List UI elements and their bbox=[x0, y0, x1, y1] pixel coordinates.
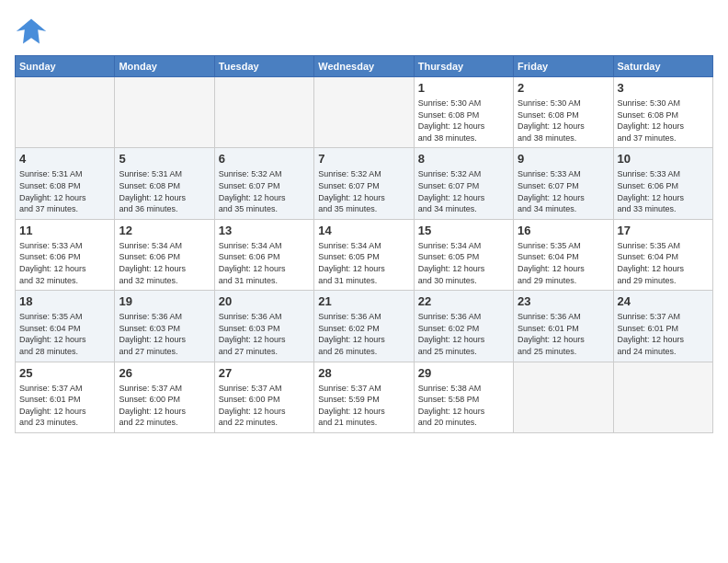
calendar-cell: 22Sunrise: 5:36 AM Sunset: 6:02 PM Dayli… bbox=[414, 291, 513, 362]
calendar-week-4: 18Sunrise: 5:35 AM Sunset: 6:04 PM Dayli… bbox=[16, 291, 713, 362]
day-number: 4 bbox=[19, 152, 110, 166]
day-number: 20 bbox=[219, 294, 310, 308]
calendar-week-2: 4Sunrise: 5:31 AM Sunset: 6:08 PM Daylig… bbox=[16, 148, 713, 219]
day-number: 18 bbox=[19, 294, 110, 308]
day-number: 16 bbox=[518, 224, 609, 237]
day-info: Sunrise: 5:34 AM Sunset: 6:06 PM Dayligh… bbox=[119, 240, 210, 286]
calendar-week-3: 11Sunrise: 5:33 AM Sunset: 6:06 PM Dayli… bbox=[16, 219, 713, 290]
day-info: Sunrise: 5:34 AM Sunset: 6:06 PM Dayligh… bbox=[219, 240, 310, 286]
day-number: 13 bbox=[219, 224, 310, 237]
day-info: Sunrise: 5:32 AM Sunset: 6:07 PM Dayligh… bbox=[219, 168, 310, 214]
day-info: Sunrise: 5:31 AM Sunset: 6:08 PM Dayligh… bbox=[19, 168, 110, 214]
day-info: Sunrise: 5:33 AM Sunset: 6:07 PM Dayligh… bbox=[518, 168, 609, 214]
day-number: 23 bbox=[518, 294, 609, 308]
calendar-cell: 25Sunrise: 5:37 AM Sunset: 6:01 PM Dayli… bbox=[16, 362, 115, 432]
day-number: 29 bbox=[418, 366, 509, 380]
day-number: 6 bbox=[219, 152, 310, 166]
day-info: Sunrise: 5:33 AM Sunset: 6:06 PM Dayligh… bbox=[19, 240, 110, 286]
day-info: Sunrise: 5:34 AM Sunset: 6:05 PM Dayligh… bbox=[418, 240, 509, 286]
day-number: 10 bbox=[618, 152, 709, 166]
day-info: Sunrise: 5:36 AM Sunset: 6:01 PM Dayligh… bbox=[518, 311, 609, 357]
day-header-monday: Monday bbox=[115, 56, 214, 77]
calendar-cell: 12Sunrise: 5:34 AM Sunset: 6:06 PM Dayli… bbox=[115, 219, 214, 290]
day-header-tuesday: Tuesday bbox=[214, 56, 313, 77]
calendar-header-row: SundayMondayTuesdayWednesdayThursdayFrid… bbox=[16, 56, 713, 77]
day-info: Sunrise: 5:37 AM Sunset: 5:59 PM Dayligh… bbox=[318, 383, 409, 429]
calendar-cell: 18Sunrise: 5:35 AM Sunset: 6:04 PM Dayli… bbox=[16, 291, 115, 362]
calendar-cell: 6Sunrise: 5:32 AM Sunset: 6:07 PM Daylig… bbox=[214, 148, 313, 219]
calendar-cell: 1Sunrise: 5:30 AM Sunset: 6:08 PM Daylig… bbox=[414, 77, 513, 148]
day-info: Sunrise: 5:36 AM Sunset: 6:03 PM Dayligh… bbox=[119, 311, 210, 357]
day-info: Sunrise: 5:30 AM Sunset: 6:08 PM Dayligh… bbox=[618, 98, 709, 144]
calendar-cell bbox=[214, 77, 313, 148]
calendar-cell: 5Sunrise: 5:31 AM Sunset: 6:08 PM Daylig… bbox=[115, 148, 214, 219]
calendar-cell bbox=[16, 77, 115, 148]
calendar-cell: 4Sunrise: 5:31 AM Sunset: 6:08 PM Daylig… bbox=[16, 148, 115, 219]
day-number: 12 bbox=[119, 224, 210, 237]
day-info: Sunrise: 5:33 AM Sunset: 6:06 PM Dayligh… bbox=[618, 168, 709, 214]
day-number: 9 bbox=[518, 152, 609, 166]
day-number: 14 bbox=[318, 224, 409, 237]
day-number: 24 bbox=[618, 294, 709, 308]
day-number: 7 bbox=[318, 152, 409, 166]
calendar-week-5: 25Sunrise: 5:37 AM Sunset: 6:01 PM Dayli… bbox=[16, 362, 713, 432]
logo bbox=[15, 15, 53, 48]
calendar-cell: 27Sunrise: 5:37 AM Sunset: 6:00 PM Dayli… bbox=[214, 362, 313, 432]
calendar-cell: 20Sunrise: 5:36 AM Sunset: 6:03 PM Dayli… bbox=[214, 291, 313, 362]
day-number: 1 bbox=[418, 81, 509, 95]
calendar-cell: 21Sunrise: 5:36 AM Sunset: 6:02 PM Dayli… bbox=[314, 291, 414, 362]
calendar-cell: 2Sunrise: 5:30 AM Sunset: 6:08 PM Daylig… bbox=[514, 77, 613, 148]
calendar-cell: 11Sunrise: 5:33 AM Sunset: 6:06 PM Dayli… bbox=[16, 219, 115, 290]
day-info: Sunrise: 5:35 AM Sunset: 6:04 PM Dayligh… bbox=[518, 240, 609, 286]
day-info: Sunrise: 5:37 AM Sunset: 6:00 PM Dayligh… bbox=[119, 383, 210, 429]
day-number: 3 bbox=[618, 81, 709, 95]
calendar-cell: 13Sunrise: 5:34 AM Sunset: 6:06 PM Dayli… bbox=[214, 219, 313, 290]
calendar-cell bbox=[314, 77, 414, 148]
day-number: 15 bbox=[418, 224, 509, 237]
day-number: 11 bbox=[19, 224, 110, 237]
day-info: Sunrise: 5:31 AM Sunset: 6:08 PM Dayligh… bbox=[119, 168, 210, 214]
day-number: 8 bbox=[418, 152, 509, 166]
day-info: Sunrise: 5:36 AM Sunset: 6:03 PM Dayligh… bbox=[219, 311, 310, 357]
logo-icon bbox=[15, 15, 48, 48]
day-header-sunday: Sunday bbox=[16, 56, 115, 77]
day-info: Sunrise: 5:30 AM Sunset: 6:08 PM Dayligh… bbox=[518, 98, 609, 144]
page-header bbox=[15, 15, 713, 48]
calendar-cell: 28Sunrise: 5:37 AM Sunset: 5:59 PM Dayli… bbox=[314, 362, 414, 432]
calendar-table: SundayMondayTuesdayWednesdayThursdayFrid… bbox=[15, 55, 713, 433]
calendar-week-1: 1Sunrise: 5:30 AM Sunset: 6:08 PM Daylig… bbox=[16, 77, 713, 148]
day-number: 22 bbox=[418, 294, 509, 308]
calendar-cell: 3Sunrise: 5:30 AM Sunset: 6:08 PM Daylig… bbox=[613, 77, 712, 148]
calendar-cell: 16Sunrise: 5:35 AM Sunset: 6:04 PM Dayli… bbox=[514, 219, 613, 290]
day-info: Sunrise: 5:32 AM Sunset: 6:07 PM Dayligh… bbox=[318, 168, 409, 214]
calendar-cell: 17Sunrise: 5:35 AM Sunset: 6:04 PM Dayli… bbox=[613, 219, 712, 290]
calendar-cell: 26Sunrise: 5:37 AM Sunset: 6:00 PM Dayli… bbox=[115, 362, 214, 432]
day-info: Sunrise: 5:37 AM Sunset: 6:01 PM Dayligh… bbox=[19, 383, 110, 429]
calendar-cell bbox=[613, 362, 712, 432]
day-header-saturday: Saturday bbox=[613, 56, 712, 77]
day-info: Sunrise: 5:37 AM Sunset: 6:01 PM Dayligh… bbox=[618, 311, 709, 357]
day-header-wednesday: Wednesday bbox=[314, 56, 414, 77]
calendar-cell: 9Sunrise: 5:33 AM Sunset: 6:07 PM Daylig… bbox=[514, 148, 613, 219]
calendar-cell: 8Sunrise: 5:32 AM Sunset: 6:07 PM Daylig… bbox=[414, 148, 513, 219]
day-info: Sunrise: 5:38 AM Sunset: 5:58 PM Dayligh… bbox=[418, 383, 509, 429]
day-info: Sunrise: 5:34 AM Sunset: 6:05 PM Dayligh… bbox=[318, 240, 409, 286]
day-number: 26 bbox=[119, 366, 210, 380]
day-number: 17 bbox=[618, 224, 709, 237]
svg-marker-0 bbox=[17, 19, 46, 44]
day-number: 2 bbox=[518, 81, 609, 95]
calendar-cell bbox=[115, 77, 214, 148]
day-number: 21 bbox=[318, 294, 409, 308]
day-info: Sunrise: 5:35 AM Sunset: 6:04 PM Dayligh… bbox=[19, 311, 110, 357]
day-number: 28 bbox=[318, 366, 409, 380]
day-info: Sunrise: 5:36 AM Sunset: 6:02 PM Dayligh… bbox=[318, 311, 409, 357]
calendar-cell: 24Sunrise: 5:37 AM Sunset: 6:01 PM Dayli… bbox=[613, 291, 712, 362]
day-info: Sunrise: 5:36 AM Sunset: 6:02 PM Dayligh… bbox=[418, 311, 509, 357]
calendar-cell bbox=[514, 362, 613, 432]
day-info: Sunrise: 5:37 AM Sunset: 6:00 PM Dayligh… bbox=[219, 383, 310, 429]
calendar-cell: 29Sunrise: 5:38 AM Sunset: 5:58 PM Dayli… bbox=[414, 362, 513, 432]
calendar-cell: 23Sunrise: 5:36 AM Sunset: 6:01 PM Dayli… bbox=[514, 291, 613, 362]
day-number: 19 bbox=[119, 294, 210, 308]
calendar-cell: 14Sunrise: 5:34 AM Sunset: 6:05 PM Dayli… bbox=[314, 219, 414, 290]
calendar-cell: 19Sunrise: 5:36 AM Sunset: 6:03 PM Dayli… bbox=[115, 291, 214, 362]
